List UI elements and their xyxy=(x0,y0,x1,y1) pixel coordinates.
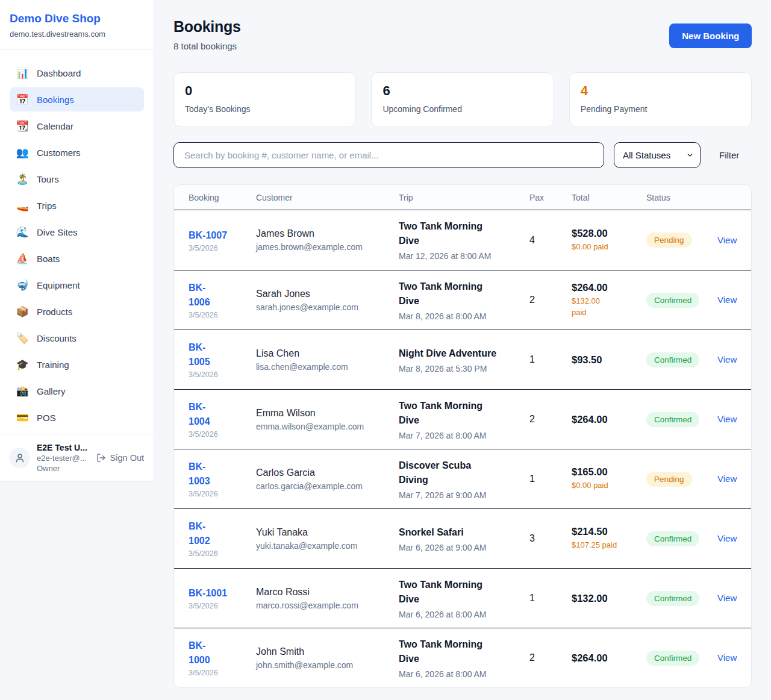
sidebar-item-discounts[interactable]: 🏷️ Discounts xyxy=(10,326,144,350)
sidebar-item-customers[interactable]: 👥 Customers xyxy=(10,140,144,164)
camera-icon: 📸 xyxy=(16,385,29,398)
sidebar: Demo Dive Shop demo.test.divestreams.com… xyxy=(0,0,154,482)
status-filter-select[interactable]: All Statuses xyxy=(614,142,701,168)
customer-email: james.brown@example.com xyxy=(256,242,399,252)
sidebar-item-calendar[interactable]: 📆 Calendar xyxy=(10,114,144,138)
table-row[interactable]: BK-1007 3/5/2026 James Brown james.brown… xyxy=(174,210,751,270)
status-badge: Confirmed xyxy=(646,412,699,427)
search-input[interactable] xyxy=(173,142,604,168)
filter-button[interactable]: Filter xyxy=(712,145,746,165)
sidebar-item-label: Gallery xyxy=(37,386,66,396)
sidebar-item-label: Boats xyxy=(37,254,60,264)
booking-date: 3/5/2026 xyxy=(189,370,256,379)
status-badge: Confirmed xyxy=(646,591,699,606)
sidebar-item-label: Products xyxy=(37,307,72,317)
pax-count: 2 xyxy=(529,414,572,425)
trip-name: Two Tank Morning Dive xyxy=(399,578,529,607)
status-badge: Confirmed xyxy=(646,651,699,666)
view-link[interactable]: View xyxy=(717,235,737,245)
customer-email: carlos.garcia@example.com xyxy=(256,481,399,491)
table-row[interactable]: BK- 1003 3/5/2026 Carlos Garcia carlos.g… xyxy=(174,449,751,508)
sidebar-header: Demo Dive Shop demo.test.divestreams.com xyxy=(0,0,154,50)
booking-id-link[interactable]: BK- 1006 xyxy=(189,281,210,310)
view-link[interactable]: View xyxy=(717,652,737,663)
table-row[interactable]: BK- 1000 3/5/2026 John Smith john.smith@… xyxy=(174,628,751,687)
sidebar-item-tours[interactable]: 🏝️ Tours xyxy=(10,167,144,191)
sidebar-item-equipment[interactable]: 🤿 Equipment xyxy=(10,273,144,297)
pax-count: 1 xyxy=(529,593,572,604)
sidebar-item-dashboard[interactable]: 📊 Dashboard xyxy=(10,61,144,85)
filter-row: All Statuses Filter xyxy=(173,142,752,168)
pax-count: 1 xyxy=(529,354,572,365)
customer-name: John Smith xyxy=(256,646,399,657)
view-link[interactable]: View xyxy=(717,354,737,364)
table-row[interactable]: BK- 1004 3/5/2026 Emma Wilson emma.wilso… xyxy=(174,389,751,449)
booking-id-link[interactable]: BK- 1003 xyxy=(189,460,210,489)
sidebar-item-training[interactable]: 🎓 Training xyxy=(10,352,144,377)
booking-id-link[interactable]: BK-1007 xyxy=(189,228,227,243)
booking-date: 3/5/2026 xyxy=(189,430,256,439)
total-amount: $264.00 xyxy=(572,414,646,425)
total-amount: $165.00 xyxy=(572,466,646,478)
sidebar-item-label: POS xyxy=(37,413,56,423)
customer-name: Yuki Tanaka xyxy=(256,527,399,538)
booking-id-link[interactable]: BK- 1004 xyxy=(189,400,210,429)
table-row[interactable]: BK- 1002 3/5/2026 Yuki Tanaka yuki.tanak… xyxy=(174,508,751,568)
sidebar-item-trips[interactable]: 🚤 Trips xyxy=(10,193,144,217)
customers-icon: 👥 xyxy=(16,146,29,159)
view-link[interactable]: View xyxy=(717,593,737,603)
customer-name: Marco Rossi xyxy=(256,587,399,598)
wave-icon: 🌊 xyxy=(16,226,29,239)
trip-name: Snorkel Safari xyxy=(399,525,529,540)
sidebar-item-products[interactable]: 📦 Products xyxy=(10,299,144,323)
shop-domain: demo.test.divestreams.com xyxy=(10,30,144,39)
booking-date: 3/5/2026 xyxy=(189,244,256,252)
sidebar-item-label: Tours xyxy=(37,174,59,184)
sidebar-item-dive-sites[interactable]: 🌊 Dive Sites xyxy=(10,220,144,244)
trip-datetime: Mar 6, 2026 at 8:00 AM xyxy=(399,669,529,679)
sidebar-item-bookings[interactable]: 📅 Bookings xyxy=(10,87,144,111)
view-link[interactable]: View xyxy=(717,473,737,484)
customer-name: James Brown xyxy=(256,228,399,239)
table-row[interactable]: BK- 1005 3/5/2026 Lisa Chen lisa.chen@ex… xyxy=(174,330,751,389)
sidebar-item-boats[interactable]: ⛵ Boats xyxy=(10,246,144,270)
bookings-table: Booking Customer Trip Pax Total Status B… xyxy=(173,184,752,688)
booking-date: 3/5/2026 xyxy=(189,669,256,677)
status-filter-wrap: All Statuses xyxy=(614,142,701,168)
paid-amount: $0.00 paid xyxy=(572,480,646,491)
customer-name: Sarah Jones xyxy=(256,289,399,299)
pax-count: 1 xyxy=(529,473,572,484)
booking-id-link[interactable]: BK-1001 xyxy=(189,586,227,601)
booking-id-link[interactable]: BK- 1000 xyxy=(189,639,210,667)
sailboat-icon: ⛵ xyxy=(16,252,29,265)
table-row[interactable]: BK- 1006 3/5/2026 Sarah Jones sarah.jone… xyxy=(174,270,751,330)
view-link[interactable]: View xyxy=(717,533,737,543)
island-icon: 🏝️ xyxy=(16,173,29,186)
sidebar-item-label: Bookings xyxy=(37,95,74,105)
table-row[interactable]: BK-1001 3/5/2026 Marco Rossi marco.rossi… xyxy=(174,568,751,628)
stat-value: 0 xyxy=(185,83,345,99)
package-icon: 📦 xyxy=(16,305,29,318)
view-link[interactable]: View xyxy=(717,414,737,424)
paid-amount: $107.25 paid xyxy=(572,540,646,551)
stat-value: 6 xyxy=(382,83,542,99)
sidebar-item-label: Calendar xyxy=(37,121,73,131)
customer-email: sarah.jones@example.com xyxy=(256,302,399,312)
view-link[interactable]: View xyxy=(717,295,737,305)
sidebar-item-gallery[interactable]: 📸 Gallery xyxy=(10,379,144,403)
trip-datetime: Mar 8, 2026 at 5:30 PM xyxy=(399,364,529,373)
speedboat-icon: 🚤 xyxy=(16,199,29,212)
booking-id-link[interactable]: BK- 1005 xyxy=(189,340,210,369)
avatar xyxy=(10,448,30,468)
page-title: Bookings xyxy=(173,18,241,36)
stat-label: Pending Payment xyxy=(581,104,740,114)
sidebar-item-label: Customers xyxy=(37,148,81,158)
booking-id-link[interactable]: BK- 1002 xyxy=(189,519,210,548)
user-name: E2E Test U... xyxy=(37,443,90,452)
sidebar-item-label: Dashboard xyxy=(37,68,81,78)
new-booking-button[interactable]: New Booking xyxy=(669,23,752,48)
sign-out-button[interactable]: Sign Out xyxy=(96,453,144,463)
sidebar-item-pos[interactable]: 💳 POS xyxy=(10,405,144,430)
column-header-customer: Customer xyxy=(256,193,399,202)
customer-name: Emma Wilson xyxy=(256,408,399,419)
